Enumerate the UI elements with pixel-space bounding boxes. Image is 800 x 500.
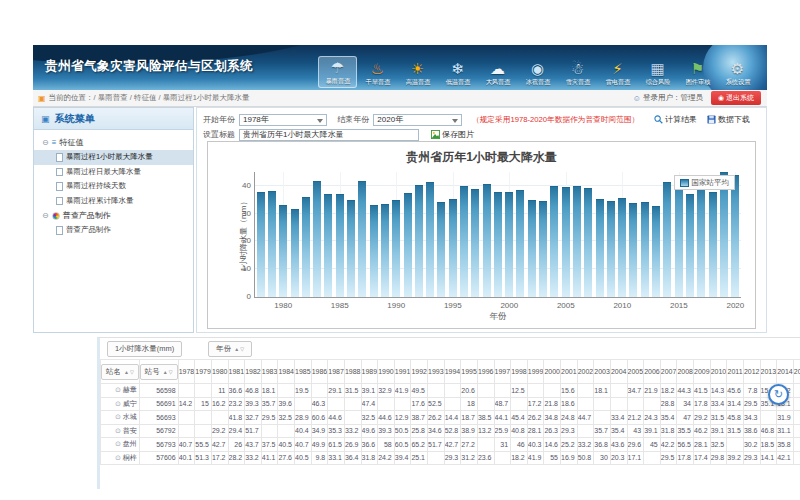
bar-2006[interactable] <box>573 186 581 297</box>
column-sort-button[interactable]: 站名▲▽ <box>101 364 139 380</box>
year-header-1980[interactable]: 1980 <box>211 360 228 384</box>
bar-2002[interactable] <box>528 200 536 297</box>
nav-item-high-temp[interactable]: ☀高温普查 <box>398 56 437 88</box>
bar-1997[interactable] <box>471 189 479 297</box>
save-image-button[interactable]: 保存图片 <box>431 129 474 140</box>
year-header-2013[interactable]: 2013 <box>760 360 777 384</box>
year-header-1981[interactable]: 1981 <box>228 360 245 384</box>
station-name-cell[interactable]: ⊙赫章 <box>101 384 140 398</box>
bar-2019[interactable] <box>720 172 728 297</box>
nav-item-composite-risk[interactable]: ▦综合风险 <box>638 56 677 88</box>
year-header-1992[interactable]: 1992 <box>411 360 428 384</box>
radio-icon[interactable]: ⊙ <box>115 413 121 420</box>
bar-1990[interactable] <box>392 200 400 297</box>
sidebar-item[interactable]: 普查产品制作 <box>34 223 193 238</box>
year-header-2011[interactable]: 2011 <box>727 360 744 384</box>
year-sort-button[interactable]: 年份 ▲▽ <box>208 341 252 357</box>
bar-2012[interactable] <box>641 202 649 297</box>
bar-1994[interactable] <box>437 202 445 297</box>
bar-2010[interactable] <box>618 198 626 297</box>
year-header-1990[interactable]: 1990 <box>378 360 395 384</box>
collapse-icon[interactable]: ⊖ <box>42 211 49 220</box>
year-header-1993[interactable]: 1993 <box>428 360 445 384</box>
year-header-2008[interactable]: 2008 <box>677 360 694 384</box>
bar-1999[interactable] <box>494 192 502 297</box>
year-header-1987[interactable]: 1987 <box>328 360 345 384</box>
nav-item-low-temp[interactable]: ❄低温普查 <box>438 56 477 88</box>
bar-1981[interactable] <box>291 209 299 297</box>
radio-icon[interactable]: ⊙ <box>115 440 121 447</box>
bar-1983[interactable] <box>313 181 321 297</box>
sidebar-item[interactable]: 暴雨过程累计降水量 <box>34 194 193 209</box>
year-header-2003[interactable]: 2003 <box>594 360 611 384</box>
bar-1998[interactable] <box>483 184 491 297</box>
sort-asc-icon[interactable]: ▲ <box>124 369 129 375</box>
download-button[interactable]: 数据下载 <box>707 114 750 125</box>
sidebar-item[interactable]: 暴雨过程日最大降水量 <box>34 165 193 180</box>
logout-button[interactable]: ◉ 退出系统 <box>711 91 761 105</box>
bar-2008[interactable] <box>596 199 604 297</box>
bar-2009[interactable] <box>607 201 615 297</box>
sidebar-item[interactable]: 暴雨过程1小时最大降水量 <box>34 150 193 165</box>
nav-item-rainstorm[interactable]: ☂暴雨普查 <box>318 56 357 88</box>
year-header-2004[interactable]: 2004 <box>610 360 627 384</box>
bar-2014[interactable] <box>663 182 671 297</box>
year-header-2001[interactable]: 2001 <box>561 360 578 384</box>
filter-icon[interactable]: ▽ <box>169 369 173 375</box>
collapse-icon[interactable]: ⊖ <box>42 138 49 147</box>
bar-1989[interactable] <box>381 204 389 297</box>
bar-2018[interactable] <box>709 192 717 297</box>
station-name-cell[interactable]: ⊙普安 <box>101 424 140 438</box>
end-year-select[interactable]: 2020年 <box>373 114 461 126</box>
year-header-1997[interactable]: 1997 <box>494 360 511 384</box>
radio-icon[interactable]: ⊙ <box>115 400 121 407</box>
year-header-2000[interactable]: 2000 <box>544 360 561 384</box>
year-header-1983[interactable]: 1983 <box>261 360 278 384</box>
year-header-2012[interactable]: 2012 <box>743 360 760 384</box>
year-header-1998[interactable]: 1998 <box>511 360 528 384</box>
year-header-1996[interactable]: 1996 <box>477 360 494 384</box>
year-header-2014[interactable]: 2014 <box>777 360 794 384</box>
year-header-1999[interactable]: 1999 <box>527 360 544 384</box>
year-header-2002[interactable]: 2002 <box>577 360 594 384</box>
nav-item-snow[interactable]: ☃雪灾普查 <box>558 56 597 88</box>
year-header-1985[interactable]: 1985 <box>295 360 312 384</box>
filter-icon[interactable]: ▽ <box>130 369 134 375</box>
radio-icon[interactable]: ⊙ <box>115 427 121 434</box>
measure-label-box[interactable]: 1小时降水量(mm) <box>107 341 182 357</box>
nav-item-drought[interactable]: ♨干旱普查 <box>358 56 397 88</box>
bar-2013[interactable] <box>652 206 660 297</box>
start-year-select[interactable]: 1978年 <box>239 114 327 126</box>
sort-asc-icon[interactable]: ▲ <box>234 346 239 352</box>
bar-2001[interactable] <box>516 190 524 298</box>
year-header-1989[interactable]: 1989 <box>361 360 378 384</box>
nav-item-gale[interactable]: ☁大风普查 <box>478 56 517 88</box>
bar-1979[interactable] <box>268 191 276 297</box>
bar-1996[interactable] <box>460 186 468 297</box>
bar-1995[interactable] <box>449 199 457 297</box>
bar-1986[interactable] <box>347 200 355 297</box>
column-sort-button[interactable]: 站号▲▽ <box>140 364 178 380</box>
bar-1984[interactable] <box>324 194 332 297</box>
nav-item-hail[interactable]: ◉冰雹普查 <box>518 56 557 88</box>
bar-2011[interactable] <box>629 203 637 297</box>
bar-2015[interactable] <box>675 178 683 297</box>
bar-1988[interactable] <box>370 205 378 297</box>
bar-1982[interactable] <box>302 197 310 297</box>
year-header-1986[interactable]: 1986 <box>311 360 328 384</box>
year-header-2005[interactable]: 2005 <box>627 360 644 384</box>
bar-2016[interactable] <box>686 194 694 297</box>
nav-item-settings[interactable]: ⚙系统设置 <box>718 56 757 88</box>
bar-2003[interactable] <box>539 201 547 297</box>
year-header-1982[interactable]: 1982 <box>245 360 262 384</box>
calculate-button[interactable]: 计算结果 <box>654 114 697 125</box>
radio-icon[interactable]: ⊙ <box>115 386 121 393</box>
year-header-2010[interactable]: 2010 <box>710 360 727 384</box>
nav-item-lightning[interactable]: ⚡雷电普查 <box>598 56 637 88</box>
bar-2017[interactable] <box>697 185 705 297</box>
bar-2000[interactable] <box>505 192 513 297</box>
year-header-1988[interactable]: 1988 <box>344 360 361 384</box>
bar-1980[interactable] <box>279 205 287 298</box>
year-header-2015[interactable]: 2015 <box>793 360 800 384</box>
year-header-1984[interactable]: 1984 <box>278 360 295 384</box>
